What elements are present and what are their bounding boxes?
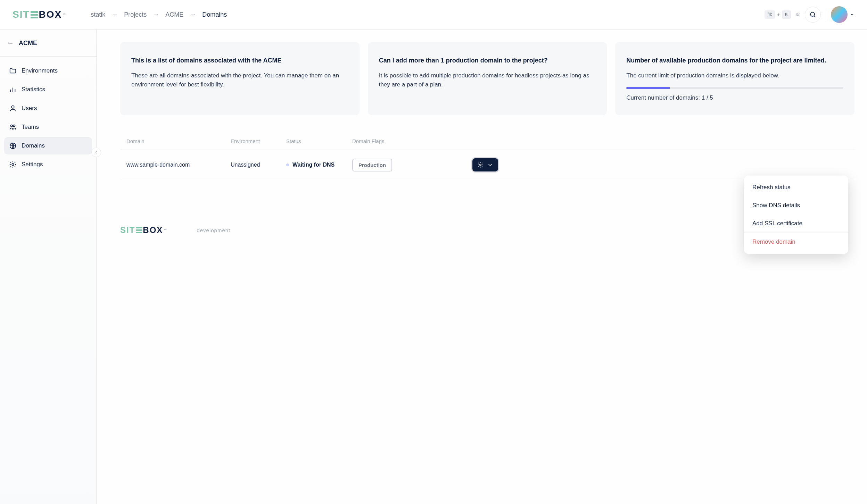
nav-label: Users	[22, 105, 37, 112]
status-dot-icon	[286, 163, 289, 166]
svg-point-0	[810, 12, 815, 16]
search-button[interactable]	[805, 7, 821, 23]
footer-sub: development	[197, 227, 230, 233]
main-content: This is a list of domains associated wit…	[97, 30, 867, 504]
avatar	[831, 6, 848, 23]
svg-line-1	[814, 16, 815, 17]
col-status: Status	[286, 138, 352, 144]
card-text: These are all domains associated with th…	[131, 71, 348, 90]
collapse-sidebar-button[interactable]	[91, 148, 101, 157]
nav-label: Settings	[22, 161, 43, 168]
flag-badge: Production	[352, 159, 392, 171]
header: SITBOX™ statik → Projects → ACME → Domai…	[0, 0, 867, 30]
card-text: The current limit of production domains …	[626, 71, 843, 80]
sidebar-header: ← ACME	[0, 30, 96, 57]
card-text: It is possible to add multiple productio…	[379, 71, 596, 90]
sidebar-item-teams[interactable]: Teams	[4, 118, 92, 136]
card-title: Number of available production domains f…	[626, 56, 843, 65]
breadcrumb-projects[interactable]: Projects	[124, 11, 147, 18]
breadcrumb-current: Domains	[202, 11, 227, 18]
gear-icon	[477, 162, 484, 168]
table-header: Domain Environment Status Domain Flags	[120, 133, 854, 150]
or-text: or	[796, 12, 800, 17]
dropdown-dns[interactable]: Show DNS details	[744, 196, 848, 215]
nav-label: Domains	[22, 142, 45, 149]
sidebar-item-domains[interactable]: Domains	[4, 137, 92, 154]
nav-label: Statistics	[22, 86, 45, 93]
sidebar-nav: Environments Statistics Users Teams Doma…	[0, 57, 96, 180]
back-arrow-icon[interactable]: ←	[7, 39, 14, 47]
dropdown-remove[interactable]: Remove domain	[744, 233, 848, 251]
col-environment: Environment	[231, 138, 286, 144]
domains-count: Current number of domains: 1 / 5	[626, 94, 843, 101]
dropdown-refresh[interactable]: Refresh status	[744, 178, 848, 196]
chart-icon	[9, 86, 17, 93]
dropdown-ssl[interactable]: Add SSL certificate	[744, 215, 848, 233]
header-right: ⌘ + K or	[765, 6, 854, 23]
svg-point-10	[12, 163, 14, 166]
svg-point-7	[13, 125, 15, 127]
sidebar-title: ACME	[19, 40, 37, 47]
chevron-right-icon: →	[153, 11, 159, 18]
chevron-right-icon: →	[112, 11, 118, 18]
info-card-3: Number of available production domains f…	[615, 42, 854, 115]
svg-point-5	[11, 106, 14, 108]
status-text: Waiting for DNS	[292, 162, 335, 168]
info-cards: This is a list of domains associated wit…	[120, 42, 854, 115]
k-key-icon: K	[782, 10, 791, 19]
svg-point-6	[11, 125, 13, 127]
sidebar-item-statistics[interactable]: Statistics	[4, 81, 92, 98]
chevron-left-icon	[94, 150, 98, 154]
cmd-key-icon: ⌘	[765, 10, 775, 19]
logo[interactable]: SITBOX™	[13, 9, 66, 20]
chevron-right-icon: →	[190, 11, 196, 18]
cell-flags: Production	[352, 159, 463, 171]
globe-icon	[9, 142, 17, 150]
info-card-1: This is a list of domains associated wit…	[120, 42, 360, 115]
layout: ← ACME Environments Statistics Users Tea…	[0, 30, 867, 504]
row-actions-button[interactable]	[472, 158, 498, 171]
col-flags: Domain Flags	[352, 138, 463, 144]
cell-domain: www.sample-domain.com	[126, 162, 231, 168]
divider	[826, 9, 826, 20]
plus-text: +	[777, 12, 780, 17]
sidebar-item-environments[interactable]: Environments	[4, 62, 92, 79]
cell-environment: Unassigned	[231, 162, 286, 168]
info-card-2: Can I add more than 1 production domain …	[368, 42, 607, 115]
breadcrumb-project[interactable]: ACME	[165, 11, 183, 18]
sidebar: ← ACME Environments Statistics Users Tea…	[0, 30, 97, 504]
card-title: This is a list of domains associated wit…	[131, 56, 348, 65]
domains-table: Domain Environment Status Domain Flags w…	[120, 133, 854, 180]
search-shortcut: ⌘ + K	[765, 10, 791, 19]
search-icon	[809, 11, 816, 18]
progress-bar	[626, 87, 843, 89]
svg-point-11	[480, 164, 481, 166]
nav-label: Environments	[22, 67, 58, 74]
user-menu[interactable]	[831, 6, 854, 23]
sidebar-item-users[interactable]: Users	[4, 100, 92, 117]
table-row: www.sample-domain.com Unassigned Waiting…	[120, 150, 854, 180]
card-title: Can I add more than 1 production domain …	[379, 56, 596, 65]
actions-dropdown: Refresh status Show DNS details Add SSL …	[744, 176, 848, 254]
cell-status: Waiting for DNS	[286, 162, 352, 168]
team-icon	[9, 123, 17, 131]
sidebar-item-settings[interactable]: Settings	[4, 156, 92, 173]
footer-logo: SITBOX™	[120, 225, 167, 235]
folder-icon	[9, 67, 17, 75]
col-domain: Domain	[126, 138, 231, 144]
breadcrumb: statik → Projects → ACME → Domains	[91, 11, 227, 18]
user-icon	[9, 104, 17, 112]
gear-icon	[9, 161, 17, 168]
chevron-down-icon	[487, 162, 493, 168]
nav-label: Teams	[22, 124, 39, 131]
chevron-down-icon	[850, 12, 854, 17]
breadcrumb-root[interactable]: statik	[91, 11, 105, 18]
